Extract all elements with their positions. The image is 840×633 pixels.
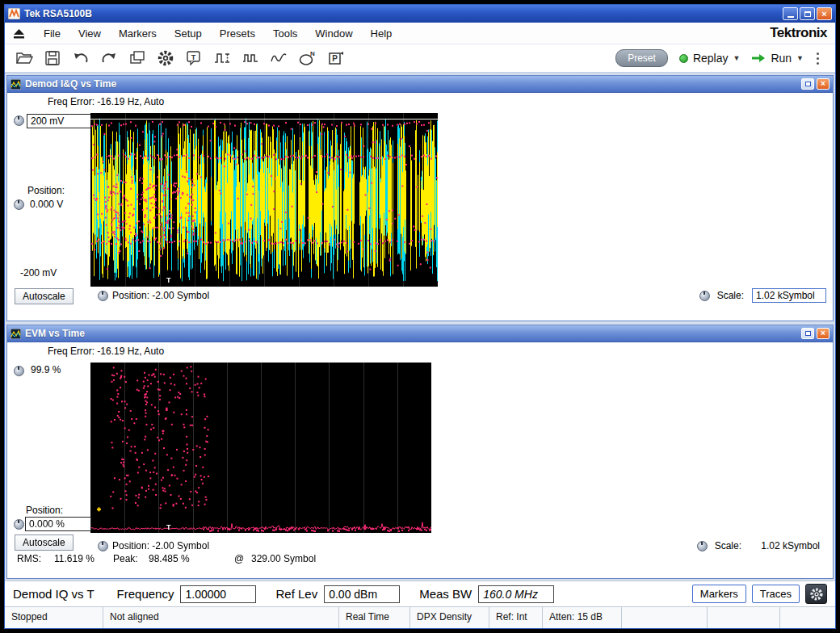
- panel-chart-icon: [10, 329, 21, 339]
- frequency-input[interactable]: 1.00000 GHz: [180, 585, 256, 603]
- chevron-down-icon: ▼: [733, 54, 740, 62]
- horizontal-scale-knob[interactable]: [699, 291, 710, 301]
- overflow-menu-icon[interactable]: [817, 52, 819, 55]
- vertical-position-knob[interactable]: [14, 199, 24, 210]
- status-empty-2: [708, 607, 780, 628]
- settings-gear-button[interactable]: [805, 584, 827, 604]
- settings-button[interactable]: [153, 47, 178, 69]
- restore-button[interactable]: [800, 7, 815, 20]
- peak-at-label: @: [234, 553, 244, 564]
- undo-icon: [72, 49, 90, 67]
- gear-icon: [157, 49, 174, 67]
- acquisition-button[interactable]: N: [294, 47, 320, 69]
- windows-layout-button[interactable]: [124, 47, 150, 69]
- menu-presets[interactable]: Presets: [211, 24, 264, 43]
- status-ref: Ref: Int: [489, 607, 543, 628]
- panel-close-button[interactable]: ×: [817, 78, 830, 90]
- panel-minimize-button[interactable]: [801, 78, 814, 90]
- redo-button[interactable]: [96, 47, 122, 69]
- panel-iq-header[interactable]: Demod I&Q vs Time ×: [7, 76, 833, 93]
- waveform-button[interactable]: [266, 47, 292, 69]
- restore-icon: [805, 82, 811, 86]
- pulse-train-button[interactable]: [237, 47, 263, 69]
- p-flag-icon: P: [326, 49, 344, 67]
- rms-value: 11.619 %: [54, 553, 94, 564]
- undo-button[interactable]: [68, 47, 94, 69]
- menu-setup[interactable]: Setup: [166, 24, 211, 43]
- vertical-scale-bottom-label: -200 mV: [20, 267, 57, 279]
- traces-button[interactable]: Traces: [752, 585, 800, 603]
- pulse-trigger-button[interactable]: [209, 47, 235, 69]
- measurement-mode-label[interactable]: Demod IQ vs T: [13, 587, 94, 601]
- run-button[interactable]: Run ▼: [751, 52, 804, 65]
- run-arrow-icon: [751, 53, 766, 63]
- status-dpx-density: DPX Density: [410, 607, 489, 628]
- horizontal-scale-input[interactable]: 1.02 kSymbol: [752, 288, 826, 303]
- vertical-position-knob[interactable]: [14, 519, 24, 530]
- app-window: Tek RSA5100B × File View Markers Setup P…: [4, 4, 836, 629]
- panel-evm-title: EVM vs Time: [25, 328, 799, 339]
- menu-help[interactable]: Help: [362, 24, 401, 43]
- horizontal-position-readout: Position: -2.00 Symbol: [112, 540, 209, 551]
- iq-plot-canvas[interactable]: [90, 113, 438, 287]
- peak-at-value: 329.00 Symbol: [251, 553, 316, 564]
- reflev-label: Ref Lev: [275, 587, 317, 601]
- replay-button[interactable]: Replay ▼: [679, 52, 741, 65]
- window-title: Tek RSA5100B: [24, 8, 781, 19]
- panel-demod-iq: Demod I&Q vs Time × Freq Error: -16.19 H…: [6, 75, 834, 321]
- menu-view[interactable]: View: [69, 24, 110, 43]
- autoscale-button[interactable]: Autoscale: [15, 288, 74, 304]
- measbw-label: Meas BW: [419, 587, 472, 601]
- panel-close-button[interactable]: ×: [817, 328, 830, 339]
- horizontal-scale-knob[interactable]: [697, 541, 708, 551]
- evm-plot-canvas[interactable]: [90, 363, 431, 533]
- menu-tools[interactable]: Tools: [264, 24, 306, 43]
- toolbar: T N P Preset Replay ▼ Run ▼: [5, 44, 835, 73]
- measurement-controlbar: Demod IQ vs T Frequency 1.00000 GHz Ref …: [5, 581, 835, 606]
- titlebar: Tek RSA5100B ×: [5, 5, 835, 23]
- frequency-label: Frequency: [117, 587, 174, 601]
- app-icon: [8, 8, 20, 19]
- vertical-position-input[interactable]: 0.000 %: [25, 517, 91, 531]
- panel-evm-header[interactable]: EVM vs Time ×: [7, 325, 833, 342]
- close-button[interactable]: ×: [817, 7, 832, 20]
- preset-button[interactable]: Preset: [615, 49, 668, 67]
- horizontal-position-knob[interactable]: [98, 291, 108, 301]
- annotation-button[interactable]: T: [181, 47, 207, 69]
- horizontal-position-knob[interactable]: [98, 541, 108, 551]
- reflev-input[interactable]: 0.00 dBm: [324, 585, 400, 603]
- eject-menu-icon[interactable]: [13, 28, 25, 39]
- horizontal-position-readout: Position: -2.00 Symbol: [112, 290, 209, 301]
- menu-window[interactable]: Window: [306, 24, 361, 43]
- autoscale-button[interactable]: Autoscale: [15, 534, 74, 551]
- tektronix-logo: Tektronix: [770, 25, 827, 41]
- panel-evm: EVM vs Time × Freq Error: -16.19 Hz, Aut…: [6, 325, 834, 579]
- menu-markers[interactable]: Markers: [110, 24, 166, 43]
- trigger-position-marker[interactable]: T: [166, 276, 171, 284]
- save-button[interactable]: [40, 47, 65, 69]
- minimize-button[interactable]: [783, 7, 798, 20]
- run-label: Run: [771, 52, 792, 65]
- vertical-scale-knob[interactable]: [14, 115, 24, 126]
- vertical-scale-input[interactable]: 200 mV: [27, 114, 91, 128]
- pulse-edge-icon: [213, 49, 231, 67]
- panel-iq-body: Freq Error: -16.19 Hz, Auto 200 mV Posit…: [7, 93, 833, 321]
- panel-evm-body: Freq Error: -16.19 Hz, Auto 99.9 % T Pos…: [7, 342, 833, 578]
- status-atten: Atten: 15 dB: [543, 607, 622, 628]
- peak-marker-button[interactable]: P: [322, 47, 348, 69]
- restore-icon: [805, 331, 811, 336]
- measbw-input[interactable]: 160.0 MHz: [478, 585, 554, 603]
- panel-minimize-button[interactable]: [801, 328, 814, 339]
- markers-button[interactable]: Markers: [692, 585, 746, 603]
- open-button[interactable]: [11, 47, 37, 69]
- trigger-position-marker[interactable]: T: [166, 523, 171, 531]
- vertical-scale-knob[interactable]: [14, 366, 24, 376]
- horizontal-scale-value: 1.02 kSymbol: [761, 540, 820, 551]
- menu-file[interactable]: File: [35, 24, 69, 43]
- svg-text:N: N: [310, 50, 315, 57]
- horizontal-scale-label: Scale:: [715, 540, 741, 551]
- status-alignment: Not aligned: [103, 607, 339, 628]
- menubar: File View Markers Setup Presets Tools Wi…: [5, 23, 835, 44]
- status-acquisition: Stopped: [5, 607, 103, 628]
- freq-error-readout: Freq Error: -16.19 Hz, Auto: [48, 346, 164, 357]
